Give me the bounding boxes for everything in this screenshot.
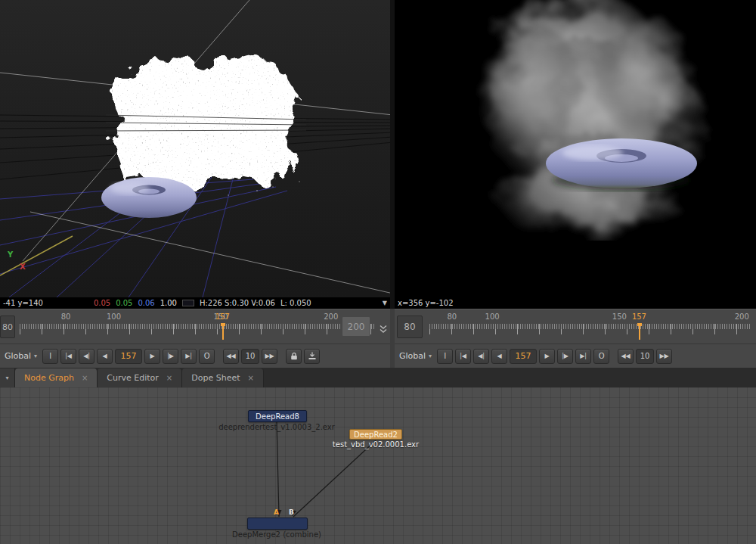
current-frame-field[interactable]: 157 xyxy=(115,349,142,364)
step-forward-button[interactable]: ▶▶ xyxy=(262,349,277,364)
viewport-2d-image xyxy=(395,0,756,297)
go-last-frame-button[interactable]: ▶| xyxy=(181,349,197,364)
range-start-field[interactable]: 80 xyxy=(0,316,15,338)
input-a-label: A xyxy=(274,508,279,516)
step-back-button[interactable]: ◀◀ xyxy=(223,349,239,364)
tab-label: Node Graph xyxy=(24,373,74,383)
frame-increment-field[interactable]: 10 xyxy=(636,349,654,364)
frame-ruler[interactable]: 80 100 150 200 157 xyxy=(429,312,751,342)
chevron-down-icon: ▾ xyxy=(429,353,432,359)
node-title: DeepRead2 xyxy=(354,431,398,439)
prev-frame-button[interactable]: ◀ xyxy=(97,349,113,364)
tick-label: 80 xyxy=(61,312,71,321)
range-start-field[interactable]: 80 xyxy=(397,316,423,338)
viewport-3d-scene xyxy=(0,0,393,297)
dock-tab-bar: ▾ Node Graph × Curve Editor × Dope Sheet… xyxy=(0,368,756,387)
tab-curve-editor[interactable]: Curve Editor × xyxy=(98,368,182,387)
transport-right: Global ▾ I |◀ ◀| ◀ 157 ▶ |▶ ▶| O ◀◀ 10 ▶… xyxy=(395,343,756,368)
tab-label: Dope Sheet xyxy=(191,373,240,383)
tick-label: 80 xyxy=(447,312,457,321)
chevron-down-icon[interactable]: ▼ xyxy=(383,300,387,306)
timeline-left: 80 80 100 150 200 157 200 xyxy=(0,309,390,343)
current-frame-field[interactable]: 157 xyxy=(510,349,537,364)
cursor-coords: x=356 y=-102 xyxy=(398,299,454,307)
pane-divider xyxy=(390,0,395,309)
red-value: 0.05 xyxy=(94,299,110,307)
node-graph-canvas[interactable]: DeepRead8 deeprendertest_v1.0003_2.exr D… xyxy=(0,387,756,544)
set-in-button[interactable]: I xyxy=(437,349,453,364)
step-back-button[interactable]: ◀◀ xyxy=(618,349,634,364)
render-download-icon xyxy=(308,352,317,360)
tick-strip xyxy=(429,324,751,343)
node-title: DeepRead8 xyxy=(256,412,299,421)
green-value: 0.05 xyxy=(116,299,132,307)
timeline-right: 80 80 100 150 200 157 xyxy=(395,309,756,343)
close-icon[interactable]: × xyxy=(82,374,88,382)
axis-y-label: Y xyxy=(8,250,13,259)
pane-menu-button[interactable]: ▾ xyxy=(0,368,15,387)
luminance-value: L: 0.050 xyxy=(280,299,311,307)
step-forward-button[interactable]: ▶▶ xyxy=(656,349,672,364)
chevron-down-icon: ▾ xyxy=(34,353,37,359)
double-chevron-down-icon xyxy=(380,325,387,334)
next-frame-button[interactable]: ▶ xyxy=(539,349,555,364)
alpha-value: 1.00 xyxy=(160,299,177,307)
next-keyframe-button[interactable]: |▶ xyxy=(163,349,178,364)
frame-ruler[interactable]: 80 100 150 200 157 xyxy=(20,312,375,342)
range-end-field[interactable]: 200 xyxy=(342,316,370,337)
viewport-3d[interactable]: Y X xyxy=(0,0,393,297)
tab-node-graph[interactable]: Node Graph × xyxy=(15,368,98,387)
global-range-dropdown[interactable]: Global ▾ xyxy=(398,351,435,361)
transport-left: Global ▾ I |◀ ◀| ◀ 157 ▶ |▶ ▶| O ◀◀ 10 ▶… xyxy=(0,343,390,368)
node-file-label: test_vbd_v02.0001.exr xyxy=(277,440,474,449)
lock-range-button[interactable] xyxy=(286,349,302,364)
set-out-button[interactable]: O xyxy=(593,349,609,364)
go-first-frame-button[interactable]: |◀ xyxy=(455,349,471,364)
tick-label: 100 xyxy=(485,312,500,321)
global-range-dropdown[interactable]: Global ▾ xyxy=(3,351,40,361)
flipbook-render-button[interactable] xyxy=(304,349,320,364)
blue-value: 0.06 xyxy=(138,299,154,307)
set-in-button[interactable]: I xyxy=(42,349,58,364)
close-icon[interactable]: × xyxy=(166,374,172,382)
next-frame-button[interactable]: ▶ xyxy=(144,349,160,364)
chevron-down-icon: ▾ xyxy=(5,375,8,381)
node-file-label: deeprendertest_v1.0003_2.exr xyxy=(178,423,375,431)
set-out-button[interactable]: O xyxy=(199,349,215,364)
global-label: Global xyxy=(5,351,31,361)
close-icon[interactable]: × xyxy=(248,374,254,382)
node-deepmerge2[interactable] xyxy=(247,518,308,530)
viewer-left-statusbar: -41 y=140 0.05 0.05 0.06 1.00 H:226 S:0.… xyxy=(0,297,390,309)
node-title-label: DeepMerge2 (combine) xyxy=(178,530,375,539)
input-b-label: B xyxy=(289,508,294,516)
tick-label: 200 xyxy=(735,312,749,321)
next-keyframe-button[interactable]: |▶ xyxy=(557,349,573,364)
current-frame-label: 157 xyxy=(632,312,646,321)
current-frame-marker[interactable]: 157 xyxy=(639,312,640,342)
nuke-window: Y X xyxy=(0,0,756,544)
node-deepread8[interactable]: DeepRead8 xyxy=(248,410,307,422)
viewport-2d[interactable] xyxy=(395,0,756,297)
current-frame-label: 157 xyxy=(215,312,230,321)
tick-label: 150 xyxy=(612,312,627,321)
sampled-color-swatch xyxy=(182,300,194,306)
collapse-timeline-button[interactable] xyxy=(377,319,389,340)
prev-keyframe-button[interactable]: ◀| xyxy=(79,349,94,364)
frame-increment-field[interactable]: 10 xyxy=(241,349,259,364)
pixel-rgba-values: 0.05 0.05 0.06 1.00 xyxy=(94,299,177,307)
prev-frame-button[interactable]: ◀ xyxy=(491,349,507,364)
tick-strip xyxy=(20,324,375,343)
current-frame-marker[interactable]: 157 xyxy=(222,312,224,342)
node-deepread2[interactable]: DeepRead2 xyxy=(349,429,402,440)
global-label: Global xyxy=(399,351,426,361)
hsv-values: H:226 S:0.30 V:0.06 xyxy=(200,299,275,307)
tick-label: 200 xyxy=(324,312,338,321)
go-last-frame-button[interactable]: ▶| xyxy=(575,349,591,364)
tab-dope-sheet[interactable]: Dope Sheet × xyxy=(182,368,264,387)
lock-icon xyxy=(290,352,298,360)
node-wires xyxy=(0,387,756,544)
tick-label: 100 xyxy=(107,312,121,321)
cursor-coords: -41 y=140 xyxy=(3,299,43,307)
prev-keyframe-button[interactable]: ◀| xyxy=(473,349,489,364)
go-first-frame-button[interactable]: |◀ xyxy=(60,349,76,364)
